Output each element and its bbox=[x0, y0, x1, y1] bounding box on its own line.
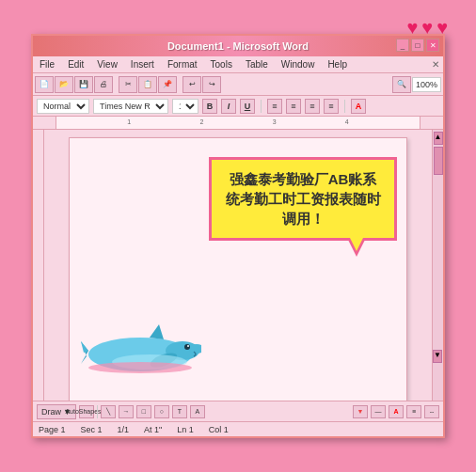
align-right-button[interactable]: ≡ bbox=[305, 99, 320, 114]
window-title: Document1 - Microsoft Word bbox=[167, 40, 309, 52]
speech-text: 强鑫泰考勤验厂AB账系统考勤工时工资报表随时调用！ bbox=[226, 171, 381, 227]
rect-tool[interactable]: □ bbox=[136, 405, 151, 418]
format-bar: Normal Times New Roman 12 B I U ≡ ≡ ≡ ≡ … bbox=[33, 96, 443, 117]
autoshapes-button[interactable]: AutoShapes ▼ bbox=[79, 405, 94, 418]
toolbar-sep bbox=[97, 405, 98, 418]
menu-table[interactable]: Table bbox=[243, 59, 271, 70]
align-left-button[interactable]: ≡ bbox=[267, 99, 282, 114]
wordart-tool[interactable]: A bbox=[190, 405, 205, 418]
undo-button[interactable]: ↩ bbox=[182, 76, 201, 93]
status-pages: 1/1 bbox=[118, 425, 130, 434]
ruler-num-1: 1 bbox=[127, 118, 131, 125]
fill-color-button[interactable]: ▼ bbox=[353, 405, 368, 418]
underline-button[interactable]: U bbox=[240, 99, 255, 114]
left-ruler bbox=[33, 130, 44, 401]
menu-window[interactable]: Window bbox=[278, 59, 318, 70]
zoom-percent[interactable]: 100% bbox=[412, 77, 441, 92]
style-select[interactable]: Normal bbox=[37, 99, 89, 114]
menu-view[interactable]: View bbox=[94, 59, 120, 70]
font-color-button[interactable]: A bbox=[351, 99, 366, 114]
document-area: 强鑫泰考勤验厂AB账系统考勤工时工资报表随时调用！ bbox=[33, 130, 443, 401]
scrollbar-right[interactable]: ▲ ▼ bbox=[432, 130, 443, 401]
status-at: At 1" bbox=[144, 425, 162, 434]
close-button[interactable]: ✕ bbox=[426, 39, 439, 52]
dolphin-image bbox=[79, 315, 201, 381]
format-sep2 bbox=[344, 100, 345, 113]
oval-tool[interactable]: ○ bbox=[154, 405, 169, 418]
font-select[interactable]: Times New Roman bbox=[93, 99, 168, 114]
align-justify-button[interactable]: ≡ bbox=[324, 99, 339, 114]
page-area[interactable]: 强鑫泰考勤验厂AB账系统考勤工时工资报表随时调用！ bbox=[44, 130, 432, 401]
title-bar: Document1 - Microsoft Word _ □ ✕ bbox=[33, 36, 443, 56]
menu-tools[interactable]: Tools bbox=[208, 59, 235, 70]
status-col: Col 1 bbox=[209, 425, 229, 434]
menu-bar: File Edit View Insert Format Tools Table… bbox=[33, 56, 443, 73]
status-sec: Sec 1 bbox=[81, 425, 103, 434]
menu-help[interactable]: Help bbox=[325, 59, 350, 70]
paste-button[interactable]: 📌 bbox=[158, 76, 177, 93]
status-bar: Page 1 Sec 1 1/1 At 1" Ln 1 Col 1 bbox=[33, 421, 443, 436]
bold-button[interactable]: B bbox=[202, 99, 217, 114]
svg-marker-5 bbox=[81, 341, 88, 353]
arrow-tool[interactable]: → bbox=[119, 405, 134, 418]
svg-point-10 bbox=[88, 362, 192, 373]
ruler-num-4: 4 bbox=[345, 118, 349, 125]
maximize-button[interactable]: □ bbox=[411, 39, 424, 52]
toolbar: 📄 📂 💾 🖨 ✂ 📋 📌 ↩ ↪ 🔍 100% bbox=[33, 73, 443, 96]
ruler: 1 2 3 4 bbox=[33, 117, 443, 130]
menu-format[interactable]: Format bbox=[165, 59, 200, 70]
svg-point-7 bbox=[184, 344, 190, 350]
desktop: ♥ ♥ ♥ Document1 - Microsoft Word _ □ ✕ F… bbox=[0, 0, 476, 472]
line-color-button[interactable]: — bbox=[371, 405, 386, 418]
title-bar-buttons: _ □ ✕ bbox=[396, 39, 439, 52]
open-button[interactable]: 📂 bbox=[55, 76, 73, 93]
print-button[interactable]: 🖨 bbox=[94, 76, 113, 93]
svg-marker-3 bbox=[150, 324, 164, 339]
window-close-x[interactable]: ✕ bbox=[432, 59, 439, 70]
page[interactable]: 强鑫泰考勤验厂AB账系统考勤工时工资报表随时调用！ bbox=[69, 137, 407, 401]
dash-style-button[interactable]: -- bbox=[424, 405, 439, 418]
status-page: Page 1 bbox=[39, 425, 66, 434]
menu-edit[interactable]: Edit bbox=[65, 59, 87, 70]
menu-file[interactable]: File bbox=[37, 59, 57, 70]
status-ln: Ln 1 bbox=[177, 425, 194, 434]
new-button[interactable]: 📄 bbox=[35, 76, 54, 93]
scroll-thumb[interactable] bbox=[434, 147, 443, 175]
svg-point-8 bbox=[187, 345, 189, 347]
scroll-up-button[interactable]: ▲ bbox=[434, 132, 443, 145]
speech-bubble: 强鑫泰考勤验厂AB账系统考勤工时工资报表随时调用！ bbox=[209, 157, 397, 241]
line-tool[interactable]: ╲ bbox=[101, 405, 116, 418]
dolphin-svg bbox=[79, 315, 201, 381]
align-center-button[interactable]: ≡ bbox=[286, 99, 301, 114]
word-window: Document1 - Microsoft Word _ □ ✕ File Ed… bbox=[31, 34, 445, 438]
zoom-button[interactable]: 🔍 bbox=[392, 76, 411, 93]
size-select[interactable]: 12 bbox=[172, 99, 198, 114]
minimize-button[interactable]: _ bbox=[396, 39, 409, 52]
format-sep bbox=[261, 100, 262, 113]
ruler-content: 1 2 3 4 bbox=[56, 117, 420, 129]
redo-button[interactable]: ↪ bbox=[202, 76, 221, 93]
font-color-btn2[interactable]: A bbox=[389, 405, 404, 418]
save-button[interactable]: 💾 bbox=[74, 76, 93, 93]
ruler-num-2: 2 bbox=[199, 118, 203, 125]
scroll-down-button[interactable]: ▼ bbox=[433, 350, 442, 363]
ruler-num-3: 3 bbox=[273, 118, 277, 125]
cut-button[interactable]: ✂ bbox=[119, 76, 137, 93]
speech-bubble-tail-inner bbox=[350, 238, 363, 251]
bottom-toolbar: Draw ▼ AutoShapes ▼ ╲ → □ ○ T A ▼ — A ≡ … bbox=[33, 401, 443, 421]
copy-button[interactable]: 📋 bbox=[138, 76, 157, 93]
menu-insert[interactable]: Insert bbox=[128, 59, 157, 70]
line-style-button[interactable]: ≡ bbox=[406, 405, 421, 418]
text-box-tool[interactable]: T bbox=[172, 405, 187, 418]
italic-button[interactable]: I bbox=[221, 99, 236, 114]
